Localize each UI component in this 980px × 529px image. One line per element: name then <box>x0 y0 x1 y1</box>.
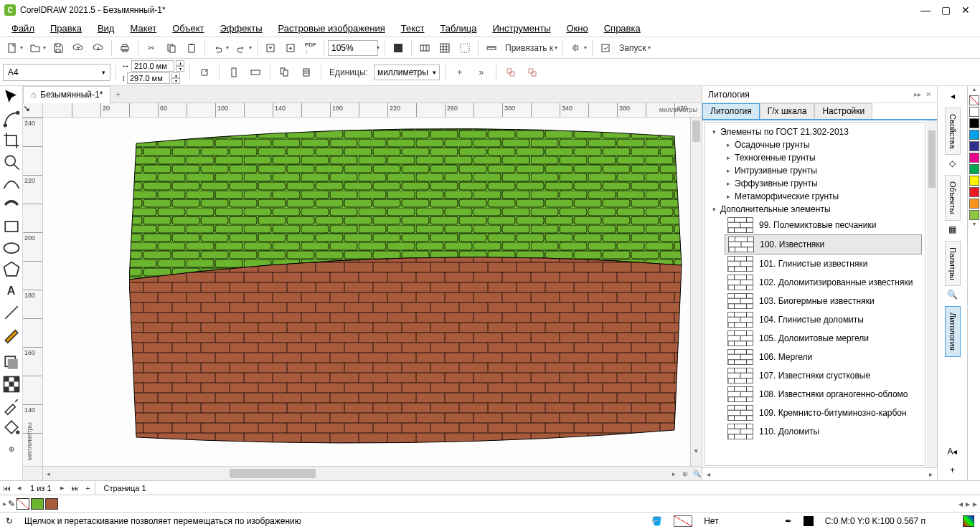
menu-help[interactable]: Справка <box>597 21 648 36</box>
height-input[interactable] <box>127 72 170 84</box>
tree-row[interactable]: ▾Элементы по ГОСТ 21.302-2013 <box>707 125 922 138</box>
palette-swatch[interactable] <box>969 107 979 117</box>
lithology-item[interactable]: 102. Доломитизированные известняки <box>725 273 922 292</box>
tree-row[interactable]: ▸Техногенные грунты <box>707 151 922 164</box>
lithology-item[interactable]: 104. Глинистые доломиты <box>725 310 922 329</box>
launch-label[interactable]: Запуск <box>619 43 646 53</box>
ellipse-tool[interactable] <box>1 238 22 258</box>
lithology-item[interactable]: 99. Полемиктовые песчаники <box>725 216 922 234</box>
ruler-horizontal[interactable]: миллиметры 20601001401802202603003403804… <box>43 103 702 118</box>
canvas[interactable] <box>43 118 690 466</box>
search-icon[interactable]: 🔍 <box>946 287 960 302</box>
pick-tool[interactable] <box>1 87 22 108</box>
palette-swatch[interactable] <box>969 118 979 128</box>
prev-page-button[interactable]: ◂ <box>13 483 26 492</box>
tree-row[interactable]: ▸Осадочные грунты <box>707 138 922 151</box>
menu-edit[interactable]: Правка <box>43 21 89 36</box>
diamond-icon[interactable]: ◇ <box>946 156 960 171</box>
tree-row[interactable]: ▸Эффузивные грунты <box>707 177 922 190</box>
lithology-item[interactable]: 110. Доломиты <box>725 422 922 441</box>
dock-palettes[interactable]: Палитры <box>945 241 961 287</box>
launch-icon[interactable] <box>596 39 615 57</box>
print-button[interactable] <box>116 39 134 57</box>
cut-button[interactable]: ✂ <box>142 39 161 57</box>
copy-button[interactable] <box>162 39 181 57</box>
options-button[interactable]: ⚙ <box>567 39 585 57</box>
document-tab[interactable]: ⌂ Безымянный-1* <box>23 86 110 103</box>
pdf-button[interactable]: PDF↓ <box>301 39 320 57</box>
lithology-item[interactable]: 108. Известняки органогенно-обломо <box>725 385 922 404</box>
menu-layout[interactable]: Макет <box>123 21 164 36</box>
palette-swatch[interactable] <box>969 141 979 151</box>
dock-lithology[interactable]: Литология <box>945 306 961 357</box>
tab-gx[interactable]: Г/х шкала <box>760 103 815 119</box>
menu-view[interactable]: Вид <box>90 21 122 36</box>
export-button[interactable] <box>281 39 300 57</box>
text-a-icon[interactable]: A◂ <box>946 444 960 459</box>
cloud-down-button[interactable] <box>89 39 108 57</box>
landscape-button[interactable] <box>246 63 265 82</box>
menu-object[interactable]: Объект <box>165 21 211 36</box>
next-page-button[interactable]: ▸ <box>56 483 69 492</box>
eyedropper-tool[interactable] <box>1 396 22 416</box>
panel-collapse-icon[interactable]: ▸▸ <box>914 90 921 98</box>
line-tool[interactable] <box>1 302 22 323</box>
more-icon[interactable]: + <box>946 463 960 477</box>
palette-down[interactable]: ▾ <box>973 221 976 229</box>
text-tool[interactable]: A <box>1 281 22 301</box>
colors-scroll-left[interactable]: ◂ <box>958 499 963 509</box>
color-mode-icon[interactable] <box>963 515 974 527</box>
add-document-button[interactable]: + <box>110 90 125 100</box>
undo-button[interactable] <box>209 39 227 57</box>
palette-swatch[interactable] <box>969 187 979 197</box>
page-size-select[interactable]: A4▾ <box>3 64 110 81</box>
redo-button[interactable] <box>232 39 250 57</box>
maximize-button[interactable]: ▢ <box>936 3 956 17</box>
fullscreen-button[interactable] <box>389 39 407 57</box>
tab-lithology[interactable]: Литология <box>702 103 760 119</box>
lithology-item[interactable]: 101. Глинистые известняки <box>725 254 922 273</box>
tree-row[interactable]: ▸Метаморфические грунты <box>707 190 922 203</box>
nudge-plus-button[interactable]: + <box>451 63 469 82</box>
palette-swatch[interactable] <box>969 210 979 220</box>
close-button[interactable]: ✕ <box>956 3 976 17</box>
menu-table[interactable]: Таблица <box>433 21 484 36</box>
palette-icon[interactable]: ▦ <box>946 222 960 237</box>
ruler-vertical[interactable]: миллиметры 240220200180160140 <box>23 118 43 466</box>
zoom-input[interactable] <box>328 40 378 56</box>
tree-row[interactable]: ▾Дополнительные элементы <box>707 203 922 216</box>
shadow-tool[interactable] <box>1 353 22 373</box>
palette-swatch[interactable] <box>969 164 979 174</box>
color-none[interactable] <box>17 498 29 510</box>
panel-close-icon[interactable]: ✕ <box>925 90 931 98</box>
nudge-arrow-button[interactable]: » <box>472 63 491 82</box>
units-select[interactable]: миллиметры▾ <box>374 65 440 80</box>
ruler-corner[interactable]: ↘ <box>23 103 43 118</box>
page-tab[interactable]: Страница 1 <box>95 481 155 495</box>
expand-tool[interactable]: ⊕ <box>1 439 22 459</box>
panel-scrollbar[interactable] <box>927 120 937 467</box>
grid-button[interactable] <box>415 39 434 57</box>
palette-swatch[interactable] <box>969 199 979 209</box>
orientation-button[interactable] <box>195 63 214 82</box>
open-button[interactable] <box>26 39 44 57</box>
lithology-item[interactable]: 106. Мергели <box>725 348 922 366</box>
current-page-button[interactable] <box>297 63 316 82</box>
color-brown[interactable] <box>45 498 58 510</box>
dock-properties[interactable]: Свойства <box>945 108 961 155</box>
save-button[interactable] <box>49 39 67 57</box>
new-button[interactable] <box>3 39 22 57</box>
status-fill-swatch[interactable] <box>674 515 692 527</box>
add-page-button[interactable]: + <box>82 484 95 492</box>
palette-swatch[interactable] <box>969 153 979 163</box>
colors-left[interactable]: ▸ <box>3 500 6 507</box>
paste-button[interactable] <box>182 39 201 57</box>
crop-tool[interactable] <box>1 130 22 151</box>
menu-tools[interactable]: Инструменты <box>485 21 557 36</box>
zoom-tool[interactable] <box>1 152 22 172</box>
menu-window[interactable]: Окно <box>559 21 595 36</box>
polygon-tool[interactable] <box>1 259 22 280</box>
table-button[interactable] <box>435 39 454 57</box>
dock-arrow-icon[interactable]: ◂ <box>946 89 960 103</box>
lithology-item[interactable]: 105. Доломитовые мергели <box>725 329 922 348</box>
